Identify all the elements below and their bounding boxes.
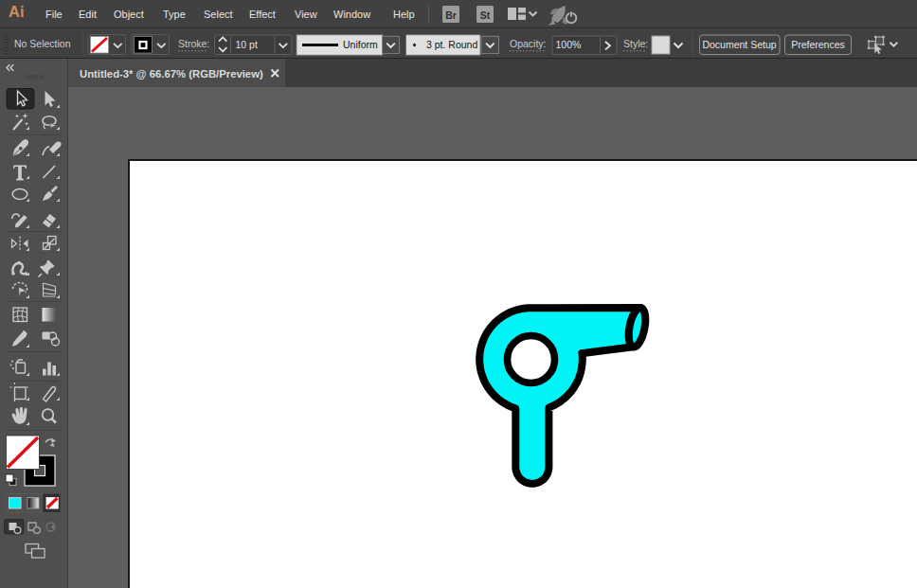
svg-text:Style:: Style: <box>623 38 648 49</box>
svg-text:3 pt. Round: 3 pt. Round <box>426 39 477 50</box>
svg-text:St: St <box>480 9 491 21</box>
svg-text:Document Setup: Document Setup <box>702 39 776 50</box>
svg-text:100%: 100% <box>556 39 582 50</box>
svg-text:Uniform: Uniform <box>343 39 378 50</box>
svg-text:Stroke:: Stroke: <box>178 38 209 49</box>
svg-text:10 pt: 10 pt <box>236 39 258 50</box>
svg-text:Preferences: Preferences <box>791 39 845 50</box>
svg-text:Br: Br <box>445 9 457 21</box>
svg-text:No Selection: No Selection <box>14 38 71 49</box>
svg-text:Opacity:: Opacity: <box>510 38 547 49</box>
